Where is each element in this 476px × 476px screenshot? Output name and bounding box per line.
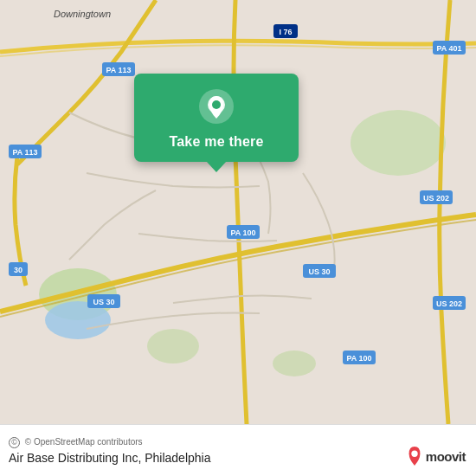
svg-point-3 [147,329,199,363]
attribution-text: © © OpenStreetMap contributors [9,437,466,448]
location-pin-icon [197,87,235,125]
osm-attribution: © OpenStreetMap contributors [25,437,143,447]
take-me-there-button[interactable]: Take me there [169,134,263,150]
moovit-logo: moovit [406,447,466,466]
map-container: Downingtown I 76 PA 401 PA 113 PA 113 PA… [0,0,476,424]
svg-point-31 [212,100,221,109]
svg-text:US 202: US 202 [423,194,449,203]
svg-text:US 30: US 30 [93,298,114,306]
svg-text:US 202: US 202 [436,299,462,308]
svg-text:30: 30 [14,266,23,274]
svg-point-1 [351,110,446,176]
svg-text:PA 113: PA 113 [12,148,37,157]
bottom-bar: © © OpenStreetMap contributors Air Base … [0,424,476,476]
svg-point-4 [273,351,316,376]
svg-text:PA 113: PA 113 [106,66,131,74]
popup-card: Take me there [134,74,299,162]
svg-text:I 76: I 76 [279,28,292,36]
location-name: Air Base Distributing Inc, Philadelphia [9,451,466,465]
svg-point-32 [411,451,417,457]
svg-text:Downingtown: Downingtown [54,9,111,19]
svg-text:US 30: US 30 [308,267,330,276]
svg-text:PA 100: PA 100 [346,354,371,363]
svg-text:PA 100: PA 100 [230,228,255,237]
moovit-text: moovit [426,449,466,464]
copyright-symbol: © [9,437,20,448]
svg-text:PA 401: PA 401 [436,44,461,53]
moovit-pin-icon [406,447,423,466]
